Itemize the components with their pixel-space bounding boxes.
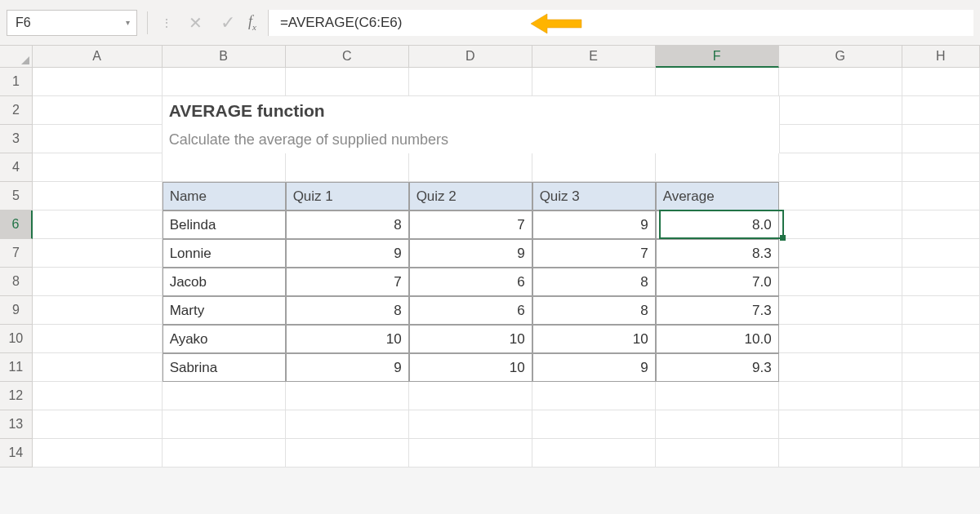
table-cell[interactable]: 8 [286,296,409,325]
table-cell[interactable]: 6 [409,296,532,325]
table-cell[interactable]: 8.3 [656,239,779,268]
cell[interactable] [656,410,779,439]
col-header-C[interactable]: C [286,46,409,68]
row-header[interactable]: 9 [0,296,33,325]
col-header-A[interactable]: A [33,46,163,68]
cell[interactable] [33,210,163,239]
cell[interactable] [779,296,902,325]
table-cell[interactable]: 10 [532,325,656,353]
cell[interactable] [902,125,980,153]
cell[interactable] [779,268,902,296]
row-header[interactable]: 1 [0,68,33,96]
table-header[interactable]: Quiz 3 [532,182,656,210]
cell[interactable] [33,182,163,210]
col-header-F[interactable]: F [656,46,779,68]
cell[interactable] [163,439,286,467]
table-cell[interactable]: 10 [286,325,409,353]
cell[interactable] [656,382,779,410]
table-cell[interactable]: 9 [409,239,532,268]
cell[interactable] [902,268,980,296]
row-header[interactable]: 10 [0,325,33,353]
cell[interactable] [532,382,656,410]
table-header[interactable]: Quiz 1 [286,182,409,210]
cell[interactable] [902,410,980,439]
col-header-G[interactable]: G [779,46,902,68]
cell[interactable] [779,210,902,239]
chevron-down-icon[interactable]: ▾ [126,18,130,27]
cell[interactable] [779,125,902,153]
cell[interactable] [409,153,532,182]
cell[interactable] [532,410,656,439]
col-header-B[interactable]: B [163,46,286,68]
table-cell[interactable]: 7.0 [656,268,779,296]
row-header[interactable]: 3 [0,125,33,153]
row-header[interactable]: 6 [0,210,33,239]
table-cell[interactable]: 7 [286,268,409,296]
table-cell[interactable]: Jacob [163,268,286,296]
table-cell[interactable]: 8 [532,296,656,325]
table-cell[interactable]: Sabrina [163,353,286,382]
confirm-icon[interactable]: ✓ [214,10,242,36]
table-cell[interactable]: 10 [409,353,532,382]
cell[interactable] [33,353,163,382]
cell[interactable] [656,68,779,96]
row-header[interactable]: 14 [0,439,33,467]
cell[interactable] [656,439,779,467]
cell[interactable] [902,439,980,467]
cell[interactable] [286,68,409,96]
cell[interactable] [779,182,902,210]
table-cell[interactable]: 6 [409,268,532,296]
cell[interactable] [286,153,409,182]
cell[interactable] [33,268,163,296]
cell[interactable] [779,382,902,410]
formula-input[interactable]: =AVERAGE(C6:E6) [268,10,973,36]
table-header[interactable]: Average [656,182,779,210]
cell[interactable] [902,296,980,325]
cell[interactable] [779,153,902,182]
cell[interactable] [286,410,409,439]
name-box[interactable]: F6 ▾ [7,10,137,36]
col-header-D[interactable]: D [409,46,532,68]
cell[interactable] [779,239,902,268]
cell[interactable] [779,410,902,439]
cell[interactable] [902,382,980,410]
cell[interactable] [656,153,779,182]
cell[interactable] [33,439,163,467]
table-cell[interactable]: 10.0 [656,325,779,353]
table-cell[interactable]: Marty [163,296,286,325]
table-cell[interactable]: 7 [532,239,656,268]
row-header[interactable]: 7 [0,239,33,268]
cell[interactable] [33,325,163,353]
row-header[interactable]: 12 [0,382,33,410]
cell[interactable] [33,239,163,268]
drag-handle-icon[interactable]: ⋮ [158,16,176,29]
cell[interactable] [33,153,163,182]
cell[interactable] [902,325,980,353]
cell[interactable] [902,68,980,96]
table-cell[interactable]: Belinda [163,210,286,239]
table-cell[interactable]: 8 [532,268,656,296]
table-cell[interactable]: 7.3 [656,296,779,325]
cell[interactable] [902,239,980,268]
table-cell[interactable]: 8 [286,210,409,239]
select-all-corner[interactable] [0,46,33,68]
cell[interactable] [902,182,980,210]
table-cell[interactable]: 7 [409,210,532,239]
cell[interactable] [163,68,286,96]
cell[interactable] [532,68,656,96]
table-cell[interactable]: Lonnie [163,239,286,268]
col-header-E[interactable]: E [532,46,656,68]
table-cell[interactable]: 8.0 [656,210,779,239]
cell[interactable] [779,439,902,467]
cell[interactable] [779,353,902,382]
cell[interactable] [163,410,286,439]
row-header[interactable]: 13 [0,410,33,439]
cell[interactable] [409,439,532,467]
cell[interactable] [409,68,532,96]
table-cell[interactable]: 9 [286,239,409,268]
row-header[interactable]: 2 [0,96,33,125]
cell[interactable] [779,96,902,125]
cell[interactable] [409,382,532,410]
table-cell[interactable]: 9 [286,353,409,382]
fx-icon[interactable]: fx [248,13,256,32]
